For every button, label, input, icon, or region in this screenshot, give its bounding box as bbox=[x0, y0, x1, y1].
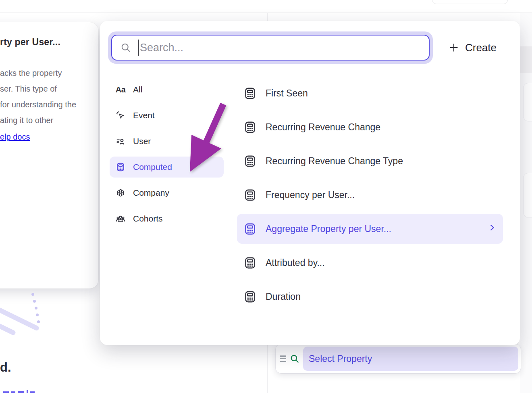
create-button[interactable]: Create bbox=[449, 42, 497, 54]
illustration-dot bbox=[33, 300, 36, 303]
property-item[interactable]: Attributed by... bbox=[237, 248, 503, 278]
property-item[interactable]: Recurring Revenue Change bbox=[237, 112, 503, 142]
property-item[interactable]: Frequency per User... bbox=[237, 180, 503, 210]
query-builder-row: Select Property bbox=[276, 344, 521, 373]
property-item-label: Recurring Revenue Change Type bbox=[266, 156, 403, 167]
property-item-label: Recurring Revenue Change bbox=[266, 122, 380, 133]
search-field-glow: Search... bbox=[108, 31, 433, 64]
property-item[interactable]: Duration bbox=[237, 282, 503, 311]
right-card-fragment bbox=[523, 83, 532, 121]
chevron-right-icon bbox=[488, 223, 497, 234]
plus-icon bbox=[449, 42, 459, 53]
calculator-icon bbox=[243, 256, 257, 270]
tooltip-body: acks the property ser. This type of for … bbox=[0, 65, 92, 145]
screen: rty per User... acks the property ser. T… bbox=[0, 0, 532, 393]
property-item[interactable]: Aggregate Property per User... bbox=[237, 214, 503, 244]
user-icon bbox=[115, 136, 126, 146]
property-item-label: Frequency per User... bbox=[266, 190, 355, 201]
clipped-link-fragment bbox=[3, 390, 39, 393]
search-icon bbox=[120, 42, 131, 53]
top-right-button-fragment[interactable] bbox=[432, 0, 508, 4]
modal-body: AaAllEventUserComputedCompanyCohorts Fir… bbox=[100, 64, 520, 337]
calculator-icon bbox=[243, 87, 257, 100]
property-list: First SeenRecurring Revenue ChangeRecurr… bbox=[230, 64, 520, 337]
calculator-icon bbox=[243, 188, 257, 202]
sidebar-item-cohorts[interactable]: Cohorts bbox=[110, 208, 224, 229]
drag-handle-icon[interactable] bbox=[280, 355, 286, 362]
search-placeholder: Search... bbox=[140, 42, 183, 54]
modal-header: Search... Create bbox=[100, 21, 520, 64]
cohorts-icon bbox=[115, 213, 126, 224]
property-picker-modal: Search... Create AaAllEventUserComputedC… bbox=[100, 21, 520, 345]
calculator-icon bbox=[243, 290, 257, 303]
tooltip-line: for understanding the bbox=[0, 97, 92, 113]
property-tooltip-card: rty per User... acks the property ser. T… bbox=[0, 22, 98, 288]
calculator-icon bbox=[115, 162, 126, 172]
create-label: Create bbox=[465, 42, 497, 54]
sidebar-item-event[interactable]: Event bbox=[110, 105, 224, 126]
top-divider bbox=[0, 13, 532, 13]
sidebar-item-label: Computed bbox=[133, 162, 172, 172]
right-card-fragment bbox=[523, 173, 532, 218]
sidebar-item-all[interactable]: AaAll bbox=[110, 79, 224, 100]
tooltip-title: rty per User... bbox=[0, 37, 92, 48]
property-item[interactable]: Recurring Revenue Change Type bbox=[237, 146, 503, 176]
right-panel-fragment bbox=[520, 13, 532, 393]
sidebar-item-label: User bbox=[133, 136, 151, 146]
calculator-icon bbox=[243, 222, 257, 236]
sidebar-item-computed[interactable]: Computed bbox=[110, 157, 224, 178]
calculator-icon bbox=[243, 155, 257, 168]
illustration-line bbox=[0, 318, 17, 336]
text-caret bbox=[138, 40, 139, 56]
illustration-dot bbox=[35, 307, 37, 309]
search-input[interactable]: Search... bbox=[111, 35, 430, 61]
sidebar-item-label: Company bbox=[133, 188, 169, 198]
select-property-button[interactable]: Select Property bbox=[303, 347, 518, 371]
illustration-dot bbox=[31, 293, 34, 296]
help-docs-link[interactable]: elp docs bbox=[0, 129, 30, 145]
sidebar-item-label: Cohorts bbox=[133, 214, 163, 224]
category-sidebar: AaAllEventUserComputedCompanyCohorts bbox=[100, 64, 230, 337]
property-item-label: Aggregate Property per User... bbox=[266, 224, 391, 234]
property-search-icon bbox=[289, 353, 300, 364]
property-item-label: First Seen bbox=[266, 88, 308, 99]
event-cursor-icon bbox=[115, 111, 126, 120]
tooltip-line: ating it to other bbox=[0, 113, 92, 128]
illustration-dot bbox=[36, 314, 39, 316]
company-icon bbox=[115, 188, 126, 198]
empty-state-heading-fragment: d. bbox=[0, 360, 11, 375]
illustration-dot bbox=[37, 320, 40, 323]
tooltip-line: acks the property bbox=[0, 65, 92, 81]
sidebar-item-label: Event bbox=[133, 111, 155, 120]
right-panel-block bbox=[520, 46, 532, 73]
property-item-label: Attributed by... bbox=[266, 257, 325, 268]
calculator-icon bbox=[243, 121, 257, 134]
sidebar-item-company[interactable]: Company bbox=[110, 182, 224, 203]
aa-icon: Aa bbox=[115, 85, 126, 94]
sidebar-item-user[interactable]: User bbox=[110, 131, 224, 152]
property-item-label: Duration bbox=[266, 291, 301, 302]
tooltip-line: ser. This type of bbox=[0, 81, 92, 97]
sidebar-item-label: All bbox=[133, 85, 142, 94]
property-item[interactable]: First Seen bbox=[237, 78, 503, 108]
